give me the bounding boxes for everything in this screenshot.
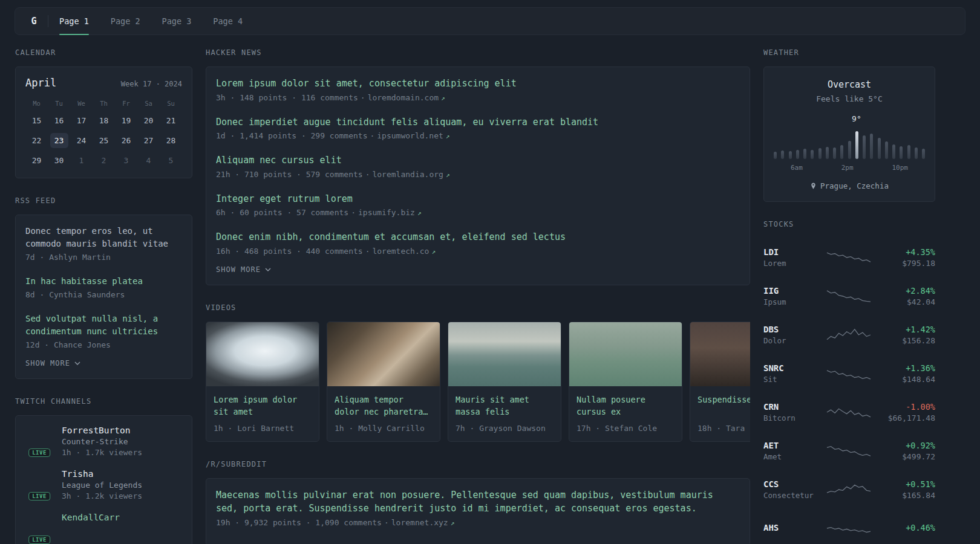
hn-item-domain-link[interactable]: loremtech.co↗ bbox=[372, 247, 436, 256]
hacker-news-widget: HACKER NEWS Lorem ipsum dolor sit amet, … bbox=[206, 48, 750, 285]
page-tab-label: Page 3 bbox=[162, 16, 192, 26]
hn-item: Integer eget rutrum lorem 6h · 60 points… bbox=[216, 192, 740, 218]
subreddit-post-title-link[interactable]: Maecenas mollis pulvinar erat non posuer… bbox=[216, 488, 740, 516]
calendar-day: 20 bbox=[140, 113, 158, 128]
calendar-day: 1 bbox=[73, 153, 91, 168]
stock-change: -1.00% bbox=[871, 402, 935, 412]
hn-item-title-link[interactable]: Integer eget rutrum lorem bbox=[216, 192, 740, 206]
stock-price: $148.64 bbox=[871, 375, 935, 384]
weather-bars bbox=[774, 128, 925, 159]
subreddit-post-domain-link[interactable]: loremnet.xyz↗ bbox=[391, 518, 455, 527]
weather-condition: Overcast bbox=[774, 79, 925, 90]
stock-name: Dolor bbox=[763, 336, 826, 345]
chevron-down-icon bbox=[74, 361, 80, 365]
video-title: Lorem ipsum dolor sit amet consectetu… bbox=[214, 393, 312, 419]
dashboard: CALENDAR April Week 17 · 2024 MoTuWeThFr… bbox=[0, 35, 980, 544]
stock-price: $66,171.48 bbox=[871, 413, 935, 423]
subreddit-post-meta: 19h · 9,932 points · 1,090 comments·lore… bbox=[216, 518, 740, 527]
rss-item-meta: 7d · Ashlyn Martin bbox=[25, 253, 182, 262]
day-of-week-label: Fr bbox=[115, 100, 137, 107]
rss-item-title-link[interactable]: Donec tempor eros leo, ut commodo mauris… bbox=[25, 225, 182, 250]
hn-item-title-link[interactable]: Donec enim nibh, condimentum et accumsan… bbox=[216, 230, 740, 244]
rss-item-title-link[interactable]: Sed volutpat nulla nisl, a condimentum n… bbox=[25, 312, 182, 338]
rss-item-title-link[interactable]: In hac habitasse platea bbox=[25, 275, 182, 288]
stock-row[interactable]: AHS +0.46% bbox=[763, 509, 935, 544]
weather-card: Overcast Feels like 5°C 9° 6am2pm10pm Pr… bbox=[763, 66, 935, 202]
top-nav: G Page 1 Page 2 Page 3 Page 4 bbox=[15, 7, 965, 35]
stock-symbol: AET bbox=[763, 441, 826, 450]
video-card[interactable]: Nullam posuere cursus ex 17h · Stefan Co… bbox=[569, 322, 682, 442]
hn-item-title-link[interactable]: Aliquam nec cursus elit bbox=[216, 154, 740, 167]
twitch-section-title: TWITCH CHANNELS bbox=[15, 397, 192, 406]
hn-item-domain-link[interactable]: loremdomain.com↗ bbox=[368, 93, 445, 102]
stock-symbol: LDI bbox=[763, 247, 826, 257]
weather-feels-like: Feels like 5°C bbox=[774, 94, 925, 103]
calendar-day: 28 bbox=[162, 133, 180, 148]
calendar-day: 2 bbox=[95, 153, 113, 168]
hn-item-domain-link[interactable]: ipsumworld.net↗ bbox=[377, 131, 449, 140]
calendar-day: 27 bbox=[140, 133, 158, 148]
stock-sparkline bbox=[826, 519, 871, 537]
hn-item-domain-link[interactable]: loremlandia.org↗ bbox=[372, 170, 449, 179]
calendar-section-title: CALENDAR bbox=[15, 48, 192, 57]
channel-viewers: 1h · 1.7k viewers bbox=[62, 448, 142, 457]
stock-name: Ipsum bbox=[763, 297, 826, 306]
page-tab[interactable]: Page 3 bbox=[162, 8, 192, 34]
hn-item: Lorem ipsum dolor sit amet, consectetur … bbox=[216, 77, 740, 102]
calendar-day: 26 bbox=[117, 133, 136, 148]
rss-item: Donec tempor eros leo, ut commodo mauris… bbox=[25, 225, 182, 262]
twitch-card: LIVE ForrestBurton Counter-Strike 1h · 1… bbox=[15, 415, 192, 544]
stock-change: +1.36% bbox=[871, 363, 935, 373]
stock-symbol: AHS bbox=[763, 523, 826, 533]
page-tab[interactable]: Page 1 bbox=[59, 8, 89, 34]
hn-item-title-link[interactable]: Donec imperdiet augue tincidunt felis al… bbox=[216, 115, 740, 129]
stock-symbol: IIG bbox=[763, 286, 826, 296]
twitch-channel[interactable]: LIVE KendallCarr bbox=[25, 513, 182, 540]
calendar-day: 15 bbox=[28, 113, 46, 128]
external-link-icon: ↗ bbox=[451, 519, 455, 527]
center-column: HACKER NEWS Lorem ipsum dolor sit amet, … bbox=[206, 48, 750, 544]
page-tab-label: Page 2 bbox=[111, 16, 140, 26]
video-card[interactable]: Suspendisse diam 18h · Tara bbox=[690, 322, 750, 442]
twitch-channel[interactable]: LIVE ForrestBurton Counter-Strike 1h · 1… bbox=[25, 426, 182, 457]
nav-divider bbox=[48, 15, 48, 27]
video-thumbnail bbox=[327, 322, 440, 386]
channel-category: League of Legends bbox=[62, 481, 142, 490]
external-link-icon: ↗ bbox=[446, 171, 450, 179]
calendar-week-year: Week 17 · 2024 bbox=[121, 80, 182, 88]
weather-peak-label: 9° bbox=[852, 114, 861, 123]
video-card[interactable]: Aliquam tempor dolor nec pharetra… 1h · … bbox=[327, 322, 440, 442]
external-link-icon: ↗ bbox=[417, 209, 422, 217]
external-link-icon: ↗ bbox=[431, 248, 436, 256]
calendar-month: April bbox=[25, 77, 56, 89]
subreddit-post: Maecenas mollis pulvinar erat non posuer… bbox=[216, 488, 740, 527]
video-thumbnail bbox=[448, 322, 561, 386]
hacker-news-card: Lorem ipsum dolor sit amet, consectetur … bbox=[206, 66, 750, 285]
weather-section-title: WEATHER bbox=[763, 48, 935, 57]
stock-row[interactable]: SNRC Sit +1.36% $148.64 bbox=[763, 354, 935, 393]
hn-item-domain-link[interactable]: ipsumify.biz↗ bbox=[358, 208, 422, 217]
hn-show-more-button[interactable]: SHOW MORE bbox=[216, 264, 271, 275]
hn-item-meta: 6h · 60 points · 57 comments·ipsumify.bi… bbox=[216, 208, 740, 217]
chevron-down-icon bbox=[265, 268, 271, 271]
calendar-day: 16 bbox=[50, 113, 68, 128]
stock-row[interactable]: DBS Dolor +1.42% $156.28 bbox=[763, 316, 935, 354]
stock-row[interactable]: IIG Ipsum +2.84% $42.04 bbox=[763, 277, 935, 316]
video-card[interactable]: Mauris sit amet massa felis 7h · Grayson… bbox=[448, 322, 561, 442]
left-column: CALENDAR April Week 17 · 2024 MoTuWeThFr… bbox=[15, 48, 192, 544]
hn-item-title-link[interactable]: Lorem ipsum dolor sit amet, consectetur … bbox=[216, 77, 740, 91]
stock-price: $156.28 bbox=[871, 336, 935, 345]
rss-show-more-button[interactable]: SHOW MORE bbox=[25, 358, 80, 369]
page-tab[interactable]: Page 4 bbox=[213, 8, 243, 34]
stock-change: +0.46% bbox=[871, 523, 935, 533]
page-tab[interactable]: Page 2 bbox=[111, 8, 140, 34]
stock-row[interactable]: CCS Consectetur +0.51% $165.84 bbox=[763, 470, 935, 509]
video-card[interactable]: Lorem ipsum dolor sit amet consectetu… 1… bbox=[206, 322, 319, 442]
live-badge: LIVE bbox=[28, 536, 50, 544]
stock-row[interactable]: AET Amet +0.92% $499.72 bbox=[763, 432, 935, 470]
twitch-channel[interactable]: LIVE Trisha League of Legends 3h · 1.2k … bbox=[25, 469, 182, 500]
stocks-section-title: STOCKS bbox=[763, 220, 935, 228]
stock-row[interactable]: LDI Lorem +4.35% $795.18 bbox=[763, 238, 935, 277]
calendar-day: 5 bbox=[162, 153, 180, 168]
stock-row[interactable]: CRN Bitcorn -1.00% $66,171.48 bbox=[763, 393, 935, 432]
